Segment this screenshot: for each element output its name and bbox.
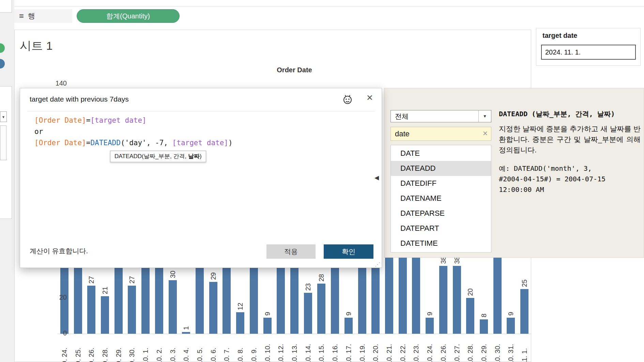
y-axis-tick: 0 bbox=[41, 329, 67, 337]
function-item-dateadd[interactable]: DATEADD bbox=[391, 161, 491, 176]
tooltip-tail: ) bbox=[200, 153, 202, 160]
function-item-datediff[interactable]: DATEDIFF bbox=[391, 176, 491, 191]
bar[interactable] bbox=[466, 298, 474, 334]
rows-shelf[interactable]: ≡ 행 bbox=[14, 9, 72, 23]
dropdown-arrow-icon: ▼ bbox=[2, 115, 5, 119]
quantity-pill[interactable]: 합계(Quantity) bbox=[77, 9, 180, 23]
assistant-robot-icon[interactable] bbox=[342, 94, 353, 105]
x-axis-label: 10. 10. bbox=[264, 334, 271, 362]
bar[interactable] bbox=[182, 332, 190, 334]
sheet-title: 시트 1 bbox=[20, 38, 52, 54]
formula-line: [Order Date]=DATEADD('day', -7, [target … bbox=[34, 137, 233, 149]
formula-token-op: = bbox=[86, 139, 91, 147]
bar-value-label: 12 bbox=[236, 295, 244, 310]
ok-button[interactable]: 확인 bbox=[324, 244, 373, 259]
x-axis-label: 10. 2. bbox=[155, 334, 163, 362]
bar-value-label: 28 bbox=[318, 266, 325, 282]
function-item-datetime[interactable]: DATETIME bbox=[391, 236, 491, 251]
bar[interactable] bbox=[101, 296, 109, 334]
bar-value-label: 23 bbox=[304, 275, 312, 291]
chart-title: Order Date bbox=[58, 66, 531, 74]
x-axis-label: 10. 17. bbox=[345, 334, 352, 362]
bar[interactable] bbox=[317, 284, 325, 334]
parameter-title: target date bbox=[542, 32, 577, 40]
x-axis-label: 9. 24. bbox=[61, 334, 68, 362]
x-axis-label: 10. 5. bbox=[196, 334, 203, 362]
formula-token-func: DATEADD bbox=[90, 139, 121, 147]
tooltip-text: DATEADD(날짜_부분, 간격, bbox=[114, 153, 188, 160]
function-list: DATEDATEADDDATEDIFFDATENAMEDATEPARSEDATE… bbox=[390, 145, 491, 253]
x-axis-label: 10. 16. bbox=[331, 334, 339, 362]
formula-token-op: = bbox=[86, 116, 91, 124]
x-axis-label: 9. 25. bbox=[74, 334, 82, 362]
bar[interactable] bbox=[480, 319, 488, 334]
bar-value-label: 27 bbox=[88, 268, 95, 284]
formula-token-op: ('day', -7, bbox=[121, 139, 172, 147]
parameter-date-input[interactable] bbox=[541, 45, 636, 60]
close-icon[interactable]: ✕ bbox=[366, 93, 373, 103]
formula-editor[interactable]: [Order Date]=[target date]or[Order Date]… bbox=[34, 115, 233, 149]
top-left-panel-fragment bbox=[0, 0, 12, 13]
x-axis-label: 10. 26. bbox=[440, 334, 447, 362]
bar-value-label: 9 bbox=[345, 300, 352, 316]
bar[interactable] bbox=[520, 289, 528, 334]
bar[interactable] bbox=[453, 266, 461, 334]
x-axis-label: 10. 9. bbox=[250, 334, 258, 362]
formula-token-field: [Order Date] bbox=[34, 139, 86, 147]
bar[interactable] bbox=[236, 312, 244, 334]
function-description: DATEADD (날짜_부분, 간격, 날짜) 지정한 날짜에 증분을 추가하고… bbox=[499, 109, 644, 195]
clear-search-icon[interactable]: ✕ bbox=[482, 130, 488, 137]
bar-value-label: 25 bbox=[521, 271, 528, 287]
x-axis-label: 10. 28. bbox=[466, 334, 474, 362]
left-dropdown-fragment[interactable]: ▼ bbox=[0, 111, 7, 122]
bar[interactable] bbox=[344, 318, 353, 334]
bar[interactable] bbox=[263, 318, 272, 334]
bar[interactable] bbox=[304, 293, 312, 334]
x-axis-label: 10. 15. bbox=[318, 334, 325, 362]
x-axis-label: 9. 30. bbox=[128, 334, 136, 362]
x-axis-label: 10. 12. bbox=[277, 334, 285, 362]
x-axis-label: 10. 21. bbox=[385, 334, 393, 362]
bar-value-label: 9 bbox=[264, 300, 271, 316]
function-item-datepart[interactable]: DATEPART bbox=[391, 221, 491, 236]
x-axis-label: 9. 28. bbox=[101, 334, 109, 362]
x-axis-label: 10. 30. bbox=[494, 334, 501, 362]
function-category-dropdown[interactable]: 전체 ▼ bbox=[390, 110, 491, 122]
bar-value-label: 20 bbox=[466, 280, 474, 296]
function-search-input[interactable] bbox=[390, 127, 491, 141]
bar[interactable] bbox=[439, 266, 447, 334]
bar[interactable] bbox=[128, 286, 136, 334]
shelf-top-divider bbox=[14, 6, 644, 6]
formula-token-op: or bbox=[34, 127, 43, 136]
function-category-label: 전체 bbox=[395, 112, 409, 120]
apply-button[interactable]: 적용 bbox=[266, 244, 316, 259]
formula-token-op: ) bbox=[228, 139, 233, 147]
parameter-card: target date bbox=[536, 28, 641, 66]
collapse-panel-icon[interactable]: ◀ bbox=[374, 174, 379, 181]
x-axis-label: 10. 22. bbox=[399, 334, 407, 362]
function-item-date[interactable]: DATE bbox=[391, 146, 491, 161]
dropdown-arrow-icon[interactable]: ▼ bbox=[478, 110, 491, 122]
function-item-datename[interactable]: DATENAME bbox=[391, 191, 491, 206]
y-axis-tick: 20 bbox=[41, 293, 67, 301]
bar-value-label: 21 bbox=[101, 278, 109, 294]
function-hint-tooltip: DATEADD(날짜_부분, 간격, 날짜) bbox=[110, 151, 206, 162]
bar[interactable] bbox=[169, 280, 177, 334]
bar[interactable] bbox=[209, 282, 217, 334]
resize-grip-icon[interactable]: ⋰ bbox=[375, 261, 380, 268]
bar[interactable] bbox=[87, 286, 95, 334]
bar[interactable] bbox=[507, 318, 515, 334]
bar[interactable] bbox=[426, 318, 434, 334]
formula-line: [Order Date]=[target date] bbox=[34, 115, 233, 126]
x-axis-label: 9. 29. bbox=[115, 334, 122, 362]
bar-value-label: 9 bbox=[507, 300, 515, 316]
x-axis-label: 10. 20. bbox=[372, 334, 379, 362]
left-scrollbar[interactable] bbox=[0, 125, 6, 160]
function-item-dateparse[interactable]: DATEPARSE bbox=[391, 206, 491, 221]
dialog-divider bbox=[28, 111, 375, 111]
x-axis-label: 10. 29. bbox=[480, 334, 488, 362]
x-axis-label: 10. 23. bbox=[412, 334, 420, 362]
function-search: ✕ bbox=[390, 127, 491, 141]
x-axis-label: 11. 1. bbox=[521, 334, 528, 362]
x-axis-label: 10. 27. bbox=[453, 334, 461, 362]
